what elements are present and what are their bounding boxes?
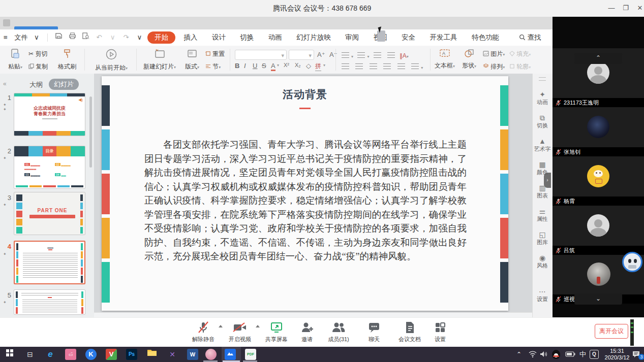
members-button[interactable]: 成员(31) (322, 321, 355, 343)
align-left-icon[interactable] (342, 63, 349, 69)
pinyin-caret-icon[interactable]: ▾ (323, 63, 325, 68)
increase-indent-icon[interactable] (387, 52, 395, 58)
bold-button[interactable]: B (235, 62, 239, 70)
side-tool-chart[interactable]: ▥图表 (532, 184, 553, 200)
align-right-icon[interactable] (370, 63, 377, 69)
shrink-font-button[interactable]: A⁻ (329, 51, 338, 58)
find-action[interactable]: 查找 (519, 29, 541, 46)
paste-button[interactable]: 粘贴▾ (5, 48, 25, 71)
layout-button[interactable]: 版式▾ (181, 48, 203, 71)
cut-button[interactable]: ✂ 剪切 (28, 50, 48, 58)
hamburger-icon[interactable]: ≡ (0, 29, 11, 46)
font-name-combo[interactable]: ▾ (235, 50, 287, 60)
redo-icon[interactable]: ↷ (120, 29, 132, 46)
participant-video-2[interactable] (553, 107, 644, 148)
invite-button[interactable]: 邀请 (291, 321, 323, 343)
clear-format-icon[interactable]: ◇ (306, 62, 311, 70)
slide-thumbnail-5[interactable] (14, 289, 85, 315)
superscript-button[interactable]: X² (284, 62, 289, 68)
reset-button[interactable]: 重置 (205, 50, 225, 58)
meeting-settings-button[interactable]: 设置 (424, 321, 456, 343)
mic-options-caret[interactable] (219, 325, 223, 327)
participant-video-3[interactable] (553, 156, 644, 197)
tab-animation[interactable]: 动画 (262, 29, 288, 46)
leave-meeting-button[interactable]: 离开会议 (595, 324, 628, 339)
panel-tab-outline[interactable]: 大纲 (29, 80, 43, 89)
slide-thumbnail-3[interactable]: PART ONE (14, 192, 85, 235)
k-app-icon[interactable]: K (85, 349, 97, 360)
tencent-meeting-icon[interactable] (225, 349, 236, 360)
line-spacing-icon[interactable] (411, 63, 419, 69)
photoshop-icon[interactable]: Ps (126, 349, 137, 360)
side-tool-style[interactable]: ◉风格 (532, 254, 553, 270)
copy-button[interactable]: 复制 (28, 62, 48, 71)
unmute-button[interactable]: 解除静音 (187, 321, 220, 343)
bilibili-icon[interactable]: ▭̈ (65, 349, 76, 360)
side-tool-properties[interactable]: ⚌属性 (532, 207, 553, 223)
arrange-button[interactable]: 排列▾ (483, 62, 505, 71)
font-size-combo[interactable]: ▾ (289, 50, 314, 60)
panel-scrollbar[interactable] (89, 96, 92, 168)
shapes-button[interactable]: 形状▾ (458, 48, 480, 70)
current-slide[interactable]: 活动背景 各团支部依托学习强国、青年大学习、腾讯会议等网络平台举行线上主题团日专… (102, 76, 508, 311)
word-icon[interactable]: W (187, 349, 198, 360)
restore-icon[interactable]: ❐ (620, 3, 631, 13)
undo-icon[interactable]: ↶ (94, 29, 105, 46)
ime-tool-icon[interactable]: Q (590, 350, 599, 362)
quickbar-more-icon[interactable]: ∨ (134, 29, 145, 46)
wps-icon[interactable]: V (106, 349, 117, 360)
tab-review[interactable]: 审阅 (339, 29, 365, 46)
minimize-icon[interactable]: — (606, 3, 617, 13)
participant-video-4[interactable] (553, 206, 644, 246)
video-options-caret[interactable] (256, 325, 260, 327)
format-painter-button[interactable]: 格式刷 (55, 48, 79, 71)
tab-design[interactable]: 设计 (206, 29, 232, 46)
side-tool-wordart[interactable]: ▲艺术字 (532, 137, 553, 153)
italic-button[interactable]: I (244, 62, 246, 70)
print-icon[interactable] (67, 29, 78, 46)
side-tool-gallery[interactable]: ◱图库 (532, 231, 553, 246)
underline-button[interactable]: U (253, 62, 257, 70)
outline-button[interactable]: 轮廓▾ (509, 62, 531, 71)
edge-icon[interactable]: e (45, 349, 56, 360)
subscript-button[interactable]: X₂ (295, 62, 301, 68)
file-menu[interactable]: 文件 (13, 29, 28, 46)
textbox-button[interactable]: A 文本框▾ (433, 48, 456, 70)
tab-special-features[interactable]: 特色功能 (466, 29, 505, 46)
fill-button[interactable]: 填充▾ (509, 50, 531, 58)
start-button[interactable] (4, 349, 15, 360)
task-view-icon[interactable]: ⊟ (24, 349, 36, 360)
decrease-indent-icon[interactable] (374, 52, 381, 58)
qq-icon[interactable] (552, 350, 560, 362)
tab-insert[interactable]: 插入 (177, 29, 203, 46)
justify-icon[interactable] (383, 63, 391, 69)
tab-devtools[interactable]: 开发工具 (424, 29, 464, 46)
pinyin-guide-button[interactable]: 拼 (315, 62, 321, 71)
section-button[interactable]: 节▾ (205, 62, 225, 71)
slide-thumbnail-1[interactable]: ◀) 众志成城同抗疫 青春聚力勇担当 (14, 93, 85, 136)
distribute-icon[interactable] (397, 63, 405, 69)
new-slide-button[interactable]: 新建幻灯片▾ (141, 48, 178, 71)
tab-slideshow[interactable]: 幻灯片放映 (290, 29, 337, 46)
numbering-icon[interactable] (357, 52, 365, 58)
grow-font-button[interactable]: A⁺ (317, 51, 325, 58)
ime-indicator[interactable]: 中 (579, 347, 586, 362)
battery-icon[interactable] (565, 351, 575, 362)
side-tool-animation[interactable]: ✦动画 (532, 90, 553, 106)
font-color-button[interactable]: A (271, 62, 275, 71)
tab-security[interactable]: 安全 (395, 29, 421, 46)
save-icon[interactable] (53, 29, 65, 46)
text-direction-icon[interactable]: ∥A (400, 52, 407, 59)
visual-studio-icon[interactable]: ✕ (167, 349, 178, 360)
file-explorer-icon[interactable] (146, 349, 158, 360)
start-video-button[interactable]: 开启视频 (224, 321, 256, 343)
taskbar-clock[interactable]: 15:31 2020/3/12 (603, 348, 631, 361)
tab-home[interactable]: 开始 (147, 31, 175, 44)
slide-thumbnail-2[interactable]: 目录 01 ▂▂▂▂▂▂▂▂▂ 02 ▂▂▂▂ 03 ▂▂▂▂ 04 ▂▂ (14, 146, 85, 189)
slide-thumbnail-4[interactable]: ▂▂▂ (14, 241, 85, 284)
undo-caret-icon[interactable]: ∨ (107, 29, 118, 46)
tab-transition[interactable]: 切换 (234, 29, 260, 46)
bullets-icon[interactable] (342, 52, 349, 58)
print-preview-icon[interactable] (80, 29, 91, 46)
user-avatar-taskbar-icon[interactable] (205, 349, 217, 360)
